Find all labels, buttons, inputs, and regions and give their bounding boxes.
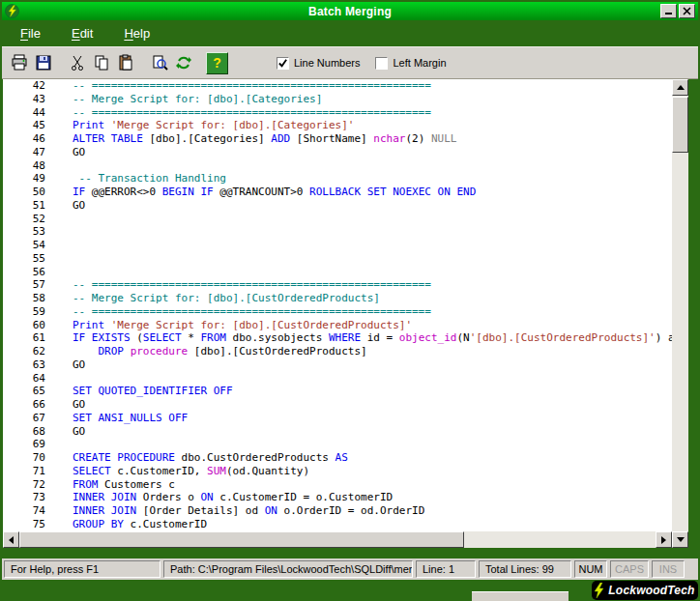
code-line: 68GO	[3, 425, 672, 439]
line-number: 58	[3, 292, 45, 305]
code-lines: 42-- ===================================…	[3, 79, 672, 531]
status-num-lock: NUM	[574, 560, 607, 578]
code-line: 56	[3, 266, 672, 279]
question-icon: ?	[213, 55, 221, 71]
floppy-icon	[35, 54, 52, 72]
code-line: 57-- ===================================…	[3, 278, 672, 292]
line-number: 52	[3, 213, 45, 226]
menu-file[interactable]: File	[12, 23, 49, 43]
printer-icon	[11, 54, 28, 72]
line-number: 48	[3, 159, 45, 173]
code-line: 46ALTER TABLE [dbo].[Categories] ADD [Sh…	[3, 132, 672, 146]
checkbox-label: Line Numbers	[294, 57, 360, 69]
line-number: 55	[3, 252, 45, 266]
left-margin-checkbox[interactable]: Left Margin	[375, 57, 446, 70]
code-line: 45Print 'Merge Script for: [dbo].[Catego…	[3, 119, 672, 132]
vertical-scrollbar[interactable]	[672, 79, 688, 548]
vertical-scroll-thumb[interactable]	[672, 97, 688, 153]
code-line: 74INNER JOIN [Order Details] od ON o.Ord…	[3, 504, 672, 518]
title-bar[interactable]: Batch Merging	[2, 2, 698, 20]
line-number: 56	[3, 266, 45, 279]
code-line: 69	[3, 438, 672, 451]
copy-icon	[93, 54, 110, 72]
menu-help[interactable]: Help	[115, 23, 159, 43]
code-line: 62 DROP procedure [dbo].[CustOrderedProd…	[3, 345, 672, 358]
horizontal-scroll-thumb[interactable]	[19, 531, 464, 548]
line-number: 59	[3, 305, 45, 319]
line-number: 63	[3, 358, 45, 372]
print-button[interactable]	[8, 52, 30, 74]
brand-badge: LockwoodTech	[592, 581, 698, 600]
code-line: 59-- ===================================…	[3, 305, 672, 319]
line-number: 57	[3, 278, 45, 292]
scroll-up-button[interactable]	[672, 79, 688, 96]
menu-bar: File Edit Help	[2, 20, 698, 46]
code-line: 61IF EXISTS (SELECT * FROM dbo.sysobject…	[3, 331, 672, 345]
line-number: 65	[3, 385, 45, 398]
line-number: 46	[3, 132, 45, 146]
checkbox-box	[277, 57, 289, 70]
code-line: 65SET QUOTED_IDENTIFIER OFF	[3, 385, 672, 398]
line-numbers-checkbox[interactable]: Line Numbers	[277, 57, 360, 70]
copy-button[interactable]	[90, 52, 112, 74]
status-bar: For Help, press F1 Path: C:\Program File…	[2, 558, 698, 580]
code-line: 70CREATE PROCEDURE dbo.CustOrderedProduc…	[3, 451, 672, 465]
line-number: 62	[3, 345, 45, 358]
paste-button[interactable]	[114, 52, 136, 74]
code-line: 44-- ===================================…	[3, 106, 672, 120]
down-arrow-icon	[677, 537, 685, 542]
scroll-right-button[interactable]	[656, 531, 672, 548]
help-button[interactable]: ?	[206, 52, 228, 74]
horizontal-scrollbar[interactable]	[3, 531, 672, 548]
status-line-number: Line: 1	[416, 560, 476, 578]
status-help: For Help, press F1	[4, 560, 160, 578]
line-number: 69	[3, 438, 45, 451]
left-arrow-icon	[9, 536, 14, 544]
code-line: 58-- Merge Script for: [dbo].[CustOrdere…	[3, 292, 672, 305]
code-line: 50IF @@ERROR<>0 BEGIN IF @@TRANCOUNT>0 R…	[3, 186, 672, 199]
line-number: 53	[3, 225, 45, 239]
status-file-path: Path: C:\Program Files\LockwoodTech\SQLD…	[163, 560, 413, 578]
code-line: 60Print 'Merge Script for: [dbo].[CustOr…	[3, 319, 672, 332]
code-line: 52	[3, 213, 672, 226]
line-number: 75	[3, 518, 45, 531]
code-line: 67SET ANSI_NULLS OFF	[3, 412, 672, 425]
refresh-button[interactable]	[172, 52, 194, 74]
code-line: 66GO	[3, 398, 672, 412]
magnifier-icon	[151, 54, 168, 72]
minimize-button[interactable]	[660, 4, 677, 18]
line-number: 70	[3, 451, 45, 465]
check-icon	[277, 58, 288, 69]
line-number: 43	[3, 93, 45, 106]
cut-button[interactable]	[66, 52, 88, 74]
clipboard-icon	[117, 54, 134, 72]
line-number: 64	[3, 372, 45, 386]
status-caps-lock: CAPS	[610, 560, 649, 578]
status-total-lines: Total Lines: 99	[479, 560, 571, 578]
right-arrow-icon	[661, 536, 666, 544]
sql-code-editor[interactable]: 42-- ===================================…	[3, 79, 672, 531]
code-line: 71SELECT c.CustomerID, SUM(od.Quantity)	[3, 465, 672, 478]
checkbox-label: Left Margin	[393, 57, 446, 69]
scissors-icon	[69, 54, 86, 72]
save-button[interactable]	[32, 52, 54, 74]
find-button[interactable]	[148, 52, 170, 74]
checkbox-box	[375, 57, 388, 70]
menu-edit[interactable]: Edit	[63, 23, 102, 43]
toolbar: ? Line Numbers Left Margin	[2, 46, 698, 79]
refresh-icon	[175, 54, 192, 72]
up-arrow-icon	[677, 85, 685, 90]
code-line: 53	[3, 225, 672, 239]
toolbar-separator	[56, 63, 66, 64]
line-number: 49	[3, 172, 45, 186]
scroll-down-button[interactable]	[672, 531, 688, 548]
scroll-left-button[interactable]	[3, 531, 19, 548]
code-line: 47GO	[3, 146, 672, 159]
line-number: 50	[3, 186, 45, 199]
line-number: 68	[3, 425, 45, 439]
close-button[interactable]	[679, 4, 695, 18]
line-number: 44	[3, 106, 45, 120]
minimize-icon	[664, 7, 673, 15]
code-line: 49 -- Transaction Handling	[3, 172, 672, 186]
code-line: 73INNER JOIN Orders o ON c.CustomerID = …	[3, 491, 672, 504]
